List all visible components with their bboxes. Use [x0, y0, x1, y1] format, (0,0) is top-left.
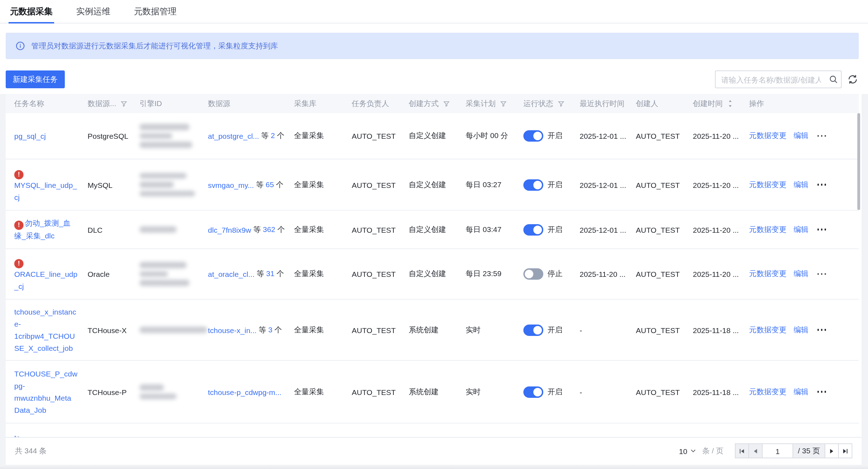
status-toggle[interactable] [523, 179, 543, 190]
first-page-button[interactable] [735, 443, 749, 458]
run-status-cell: 开启 [515, 179, 571, 190]
edit-link[interactable]: 编辑 [794, 269, 809, 279]
filter-icon[interactable] [121, 100, 128, 107]
column-label: 采集库 [294, 99, 317, 109]
actions-cell: 元数据变更编辑 [741, 387, 853, 397]
datasource-link[interactable]: svmgao_my... [208, 180, 254, 189]
metadata-change-link[interactable]: 元数据变更 [749, 131, 786, 141]
column-header: 创建人 [627, 99, 684, 109]
page-size-select[interactable]: 10 [679, 447, 696, 455]
filter-icon[interactable] [558, 100, 565, 107]
task-name-link[interactable]: tc... [14, 432, 26, 437]
task-owner-cell: AUTO_TEST [343, 132, 400, 140]
status-label: 开启 [548, 225, 563, 234]
next-page-button[interactable] [825, 443, 839, 458]
status-label: 开启 [548, 387, 563, 397]
task-name-link[interactable]: !MYSQL_line_udp_ cj [14, 166, 79, 203]
last-page-button[interactable] [838, 443, 852, 458]
search-input[interactable] [716, 75, 825, 84]
filter-icon[interactable] [443, 100, 450, 107]
task-owner-cell: AUTO_TEST [343, 180, 400, 189]
tab-1[interactable]: 元数据采集 [10, 0, 53, 23]
status-toggle[interactable] [523, 386, 543, 397]
last-run-cell: 2025-11-20 ... [571, 270, 627, 278]
metadata-change-link[interactable]: 元数据变更 [749, 387, 786, 397]
metadata-change-link[interactable]: 元数据变更 [749, 325, 786, 335]
column-header: 任务负责人 [343, 99, 400, 109]
table-row: !ORACLE_line_udp _cjOracleat_oracle_cl..… [6, 249, 859, 300]
table-header: 任务名称数据源...引擎ID数据源采集库任务负责人创建方式采集计划运行状态最近执… [6, 94, 859, 113]
task-owner-cell: AUTO_TEST [343, 326, 400, 334]
column-header: 数据源 [199, 99, 286, 109]
engine-id-redacted [140, 327, 207, 333]
more-actions-button[interactable] [816, 227, 827, 232]
datasource-cell: at_postgre_cl...等 2 个 [199, 131, 286, 141]
edit-link[interactable]: 编辑 [794, 325, 809, 335]
tab-3[interactable]: 元数据管理 [134, 0, 177, 23]
actions-cell: 元数据变更编辑 [741, 225, 853, 234]
datasource-count: 等 31 个 [257, 269, 284, 279]
column-header: 采集计划 [457, 99, 515, 109]
engine-id-cell [131, 324, 199, 336]
datasource-link[interactable]: tchouse-p_cdwpg-m... [208, 388, 282, 396]
metadata-change-link[interactable]: 元数据变更 [749, 269, 786, 279]
status-toggle[interactable] [523, 324, 543, 336]
task-name-link[interactable]: tchouse_x_instanc e- 1cribpw4_TCHOU SE_X… [14, 306, 79, 354]
tab-2[interactable]: 实例运维 [76, 0, 110, 23]
metadata-change-link[interactable]: 元数据变更 [749, 180, 786, 190]
edit-link[interactable]: 编辑 [794, 131, 809, 141]
create-mode-cell: 系统创建 [400, 387, 457, 397]
top-tabs: 元数据采集实例运维元数据管理 [0, 0, 868, 23]
metadata-change-link[interactable]: 元数据变更 [749, 225, 786, 234]
datasource-count: 等 65 个 [256, 180, 283, 190]
alert-icon: ! [14, 221, 23, 230]
more-actions-button[interactable] [816, 390, 827, 394]
page-number: 1 [775, 447, 780, 455]
column-label: 数据源 [208, 99, 230, 109]
column-header: 引擎ID [131, 99, 199, 109]
engine-id-redacted [140, 227, 177, 233]
task-name-link[interactable]: !ORACLE_line_udp _cj [14, 255, 79, 293]
more-actions-button[interactable] [816, 134, 827, 138]
table-row-partial: tc... [6, 423, 859, 437]
engine-id-redacted [140, 133, 172, 139]
engine-id-cell [131, 224, 199, 236]
task-name-link[interactable]: !勿动_拨测_血 缘_采集_dlc [14, 217, 79, 242]
status-toggle[interactable] [523, 224, 543, 235]
create-mode-cell: 自定义创建 [400, 269, 457, 279]
banner-text: 管理员对数据源进行元数据采集后才能进行可视化管理，采集粒度支持到库 [31, 41, 278, 51]
status-toggle[interactable] [523, 268, 543, 280]
page-input[interactable]: 1 [762, 443, 793, 458]
more-actions-button[interactable] [816, 272, 827, 276]
column-label: 最近执行时间 [580, 99, 624, 109]
creator-cell: AUTO_TEST [627, 388, 684, 396]
new-task-button[interactable]: 新建采集任务 [6, 70, 65, 88]
creator-cell: AUTO_TEST [627, 225, 684, 234]
filter-icon[interactable] [500, 100, 507, 107]
task-name-link[interactable]: TCHOUSE_P_cdw pg- mwuznbhu_Meta Data_Job [14, 368, 79, 416]
datasource-link[interactable]: at_oracle_cl... [208, 270, 255, 278]
prev-page-button[interactable] [748, 443, 763, 458]
sort-icon[interactable] [727, 100, 733, 107]
edit-link[interactable]: 编辑 [794, 387, 809, 397]
datasource-link[interactable]: tchouse-x_in... [208, 326, 257, 334]
more-actions-button[interactable] [816, 328, 827, 332]
chevron-down-icon [690, 448, 696, 454]
edit-link[interactable]: 编辑 [794, 225, 809, 234]
create-mode-cell: 系统创建 [400, 325, 457, 335]
task-name-link[interactable]: pg_sql_cj [14, 130, 79, 142]
datasource-link[interactable]: dlc_7fn8ix9w [208, 225, 251, 234]
actions-cell: 元数据变更编辑 [741, 325, 853, 335]
edit-link[interactable]: 编辑 [794, 180, 809, 190]
datasource-type-cell: TCHouse-X [79, 326, 131, 334]
info-icon [16, 41, 25, 51]
alert-icon: ! [14, 170, 23, 179]
refresh-icon[interactable] [847, 74, 859, 85]
more-actions-button[interactable] [816, 183, 827, 187]
datasource-link[interactable]: at_postgre_cl... [208, 132, 259, 140]
create-mode-cell: 自定义创建 [400, 131, 457, 141]
table-scrollbar[interactable] [857, 113, 860, 210]
collect-schedule-cell: 每日 23:59 [457, 269, 515, 279]
search-icon[interactable] [825, 75, 841, 84]
status-toggle[interactable] [523, 130, 543, 142]
